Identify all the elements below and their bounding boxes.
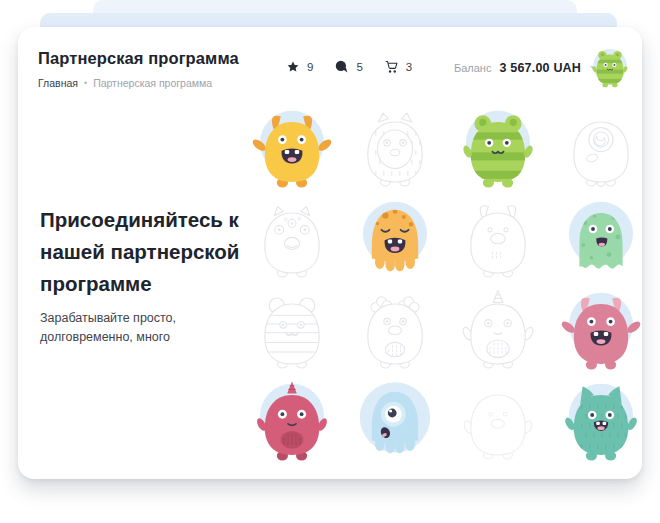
sketch-striped-bear-monster <box>252 289 332 375</box>
cart-count: 3 <box>406 61 412 73</box>
sketch-hedgehog-monster <box>355 107 435 193</box>
sketch-horned-goat-monster <box>458 198 538 284</box>
cart-icon <box>384 59 399 74</box>
teal-furry-monster <box>561 380 641 466</box>
hero-subheading: Зарабатывайте просто, долговременно, мно… <box>40 309 266 347</box>
page-title: Партнерская программа <box>38 49 239 68</box>
breadcrumb-separator-icon: • <box>84 78 87 88</box>
red-unicorn-monster <box>252 380 332 466</box>
sketch-shaggy-monster <box>355 289 435 375</box>
pink-horned-monster <box>561 289 641 375</box>
balance-amount: 3 567.00 UAH <box>499 61 581 75</box>
sketch-cyclops-monster <box>561 107 641 193</box>
monster-grid <box>252 107 641 466</box>
breadcrumb-home-link[interactable]: Главная <box>38 77 78 89</box>
hero-heading: Присоединяйтесь к нашей партнерской прог… <box>40 204 266 299</box>
chat-icon <box>334 59 349 74</box>
messages-stat[interactable]: 5 <box>334 59 362 74</box>
header-stats: 9 5 3 <box>286 59 412 74</box>
favorites-count: 9 <box>307 61 313 73</box>
breadcrumb-current: Партнерская программа <box>93 77 212 89</box>
green-striped-bear-monster <box>458 107 538 193</box>
star-icon <box>286 60 300 74</box>
main-card: Партнерская программа Главная • Партнерс… <box>18 27 642 479</box>
sketch-three-eyed-monster <box>252 198 332 284</box>
messages-count: 5 <box>356 61 362 73</box>
cart-stat[interactable]: 3 <box>384 59 412 74</box>
yellow-horned-monster <box>252 107 332 193</box>
balance-selector[interactable]: Баланс 3 567.00 UAH <box>454 61 598 75</box>
page: Партнерская программа Главная • Партнерс… <box>0 0 660 523</box>
balance-label: Баланс <box>454 62 491 74</box>
breadcrumb: Главная • Партнерская программа <box>38 77 212 89</box>
sketch-round-monster <box>458 380 538 466</box>
hero-block: Присоединяйтесь к нашей партнерской прог… <box>40 204 266 347</box>
user-avatar[interactable] <box>590 47 630 90</box>
favorites-stat[interactable]: 9 <box>286 60 313 74</box>
sketch-unicorn-monster <box>458 289 538 375</box>
orange-octopus-monster <box>355 198 435 284</box>
green-ghost-monster <box>561 198 641 284</box>
blue-cyclops-octopus-monster <box>355 380 435 466</box>
